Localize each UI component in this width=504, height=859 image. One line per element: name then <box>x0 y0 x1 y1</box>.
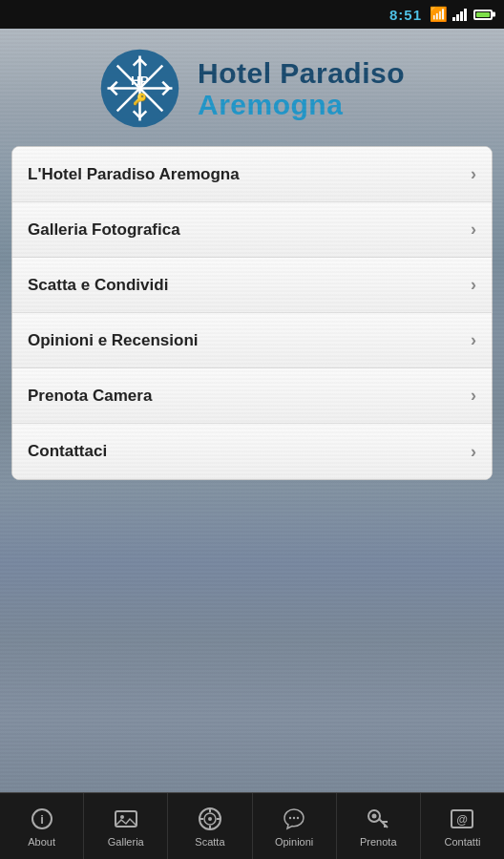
logo-hotel-paradiso: Hotel Paradiso <box>198 57 405 89</box>
contatti-icon: @ <box>449 806 475 832</box>
main-content: HP 🔑 Hotel Paradiso Aremogna L'Hotel Par… <box>0 29 504 792</box>
tab-galleria[interactable]: Galleria <box>84 793 168 859</box>
chevron-icon-scatta: › <box>471 275 476 295</box>
menu-item-galleria[interactable]: Galleria Fotografica › <box>12 202 492 258</box>
tab-prenota-label: Prenota <box>360 836 397 848</box>
tab-about-label: About <box>28 836 55 848</box>
chevron-icon-opinioni: › <box>471 330 476 350</box>
signal-icon <box>452 8 467 21</box>
menu-item-opinioni[interactable]: Opinioni e Recensioni › <box>12 313 492 368</box>
tab-bar: i About Galleria Scatta <box>0 792 504 859</box>
svg-point-18 <box>120 815 124 819</box>
tab-opinioni[interactable]: Opinioni <box>253 793 337 859</box>
info-icon: i <box>29 806 55 832</box>
wifi-icon: 📶 <box>430 6 448 23</box>
logo-aremogna: Aremogna <box>198 89 405 120</box>
svg-point-27 <box>293 816 295 818</box>
menu-item-label-opinioni: Opinioni e Recensioni <box>28 331 199 350</box>
galleria-icon <box>113 806 139 832</box>
svg-point-30 <box>372 813 377 818</box>
svg-line-31 <box>379 819 388 828</box>
svg-text:🔑: 🔑 <box>133 92 147 106</box>
tab-galleria-label: Galleria <box>108 836 144 848</box>
chevron-icon-contattaci: › <box>471 442 476 462</box>
tab-opinioni-label: Opinioni <box>275 836 313 848</box>
menu-item-label-prenota: Prenota Camera <box>28 387 152 406</box>
svg-text:i: i <box>40 812 44 827</box>
menu-item-scatta[interactable]: Scatta e Condividi › <box>12 258 492 313</box>
logo-area: HP 🔑 Hotel Paradiso Aremogna <box>0 29 504 146</box>
tab-about[interactable]: i About <box>0 793 84 859</box>
svg-point-28 <box>297 816 299 818</box>
menu-item-contattaci[interactable]: Contattaci › <box>12 424 492 479</box>
chevron-icon-prenota: › <box>471 386 476 406</box>
menu-item-prenota[interactable]: Prenota Camera › <box>12 368 492 424</box>
tab-contatti-label: Contatti <box>444 836 480 848</box>
opinioni-icon <box>281 806 307 832</box>
status-icons: 📶 <box>430 6 493 23</box>
logo-snowflake: HP 🔑 <box>99 48 180 129</box>
menu-item-label-scatta: Scatta e Condividi <box>28 276 168 295</box>
chevron-icon-hotel: › <box>471 164 476 184</box>
menu-item-hotel[interactable]: L'Hotel Paradiso Aremogna › <box>12 147 492 202</box>
menu-item-label-contattaci: Contattaci <box>28 442 107 461</box>
logo-text: Hotel Paradiso Aremogna <box>198 57 405 120</box>
tab-scatta-label: Scatta <box>195 836 224 848</box>
menu-list: L'Hotel Paradiso Aremogna › Galleria Fot… <box>11 146 493 480</box>
svg-text:HP: HP <box>131 73 149 88</box>
status-time: 8:51 <box>389 7 422 23</box>
prenota-icon <box>365 806 391 832</box>
battery-icon <box>473 10 493 20</box>
chevron-icon-galleria: › <box>471 220 476 240</box>
svg-text:@: @ <box>457 813 469 827</box>
tab-scatta[interactable]: Scatta <box>168 793 252 859</box>
menu-item-label-hotel: L'Hotel Paradiso Aremogna <box>28 165 240 184</box>
status-bar: 8:51 📶 <box>0 0 504 29</box>
scatta-icon <box>197 806 223 832</box>
svg-point-21 <box>208 817 212 821</box>
tab-prenota[interactable]: Prenota <box>337 793 421 859</box>
svg-point-26 <box>289 816 291 818</box>
tab-contatti[interactable]: @ Contatti <box>421 793 504 859</box>
menu-item-label-galleria: Galleria Fotografica <box>28 220 180 240</box>
